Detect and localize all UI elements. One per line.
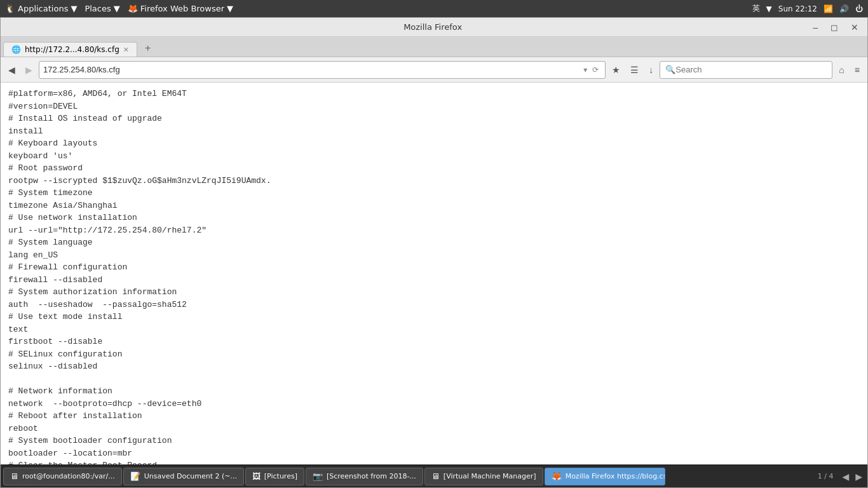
content-line: # Root password bbox=[8, 162, 860, 175]
places-menu[interactable]: Places ▼ bbox=[85, 4, 119, 13]
browser-window: Mozilla Firefox – ◻ ✕ 🌐 http://172.2...4… bbox=[0, 17, 868, 488]
lang-indicator[interactable]: 英 bbox=[752, 3, 760, 14]
taskbar-item-2[interactable]: 🖼[Pictures] bbox=[245, 468, 304, 485]
minimize-button[interactable]: – bbox=[809, 21, 822, 34]
taskbar-next-arrow[interactable]: ▶ bbox=[853, 470, 865, 483]
content-line: #version=DEVEL bbox=[8, 100, 860, 113]
browser-tab-0[interactable]: 🌐 http://172.2...4.80/ks.cfg ✕ bbox=[3, 42, 137, 57]
taskbar-item-3[interactable]: 📷[Screenshot from 2018-... bbox=[306, 468, 423, 485]
reader-view-button[interactable]: ☰ bbox=[627, 62, 642, 78]
refresh-button[interactable]: ⟳ bbox=[590, 64, 601, 76]
content-line: # System authorization information bbox=[8, 286, 860, 299]
wifi-icon: 📶 bbox=[824, 4, 833, 13]
content-line: lang en_US bbox=[8, 249, 860, 262]
taskbar-item-icon-0: 🖥 bbox=[10, 471, 18, 481]
content-line: # System bootloader configuration bbox=[8, 435, 860, 447]
gnome-icon: 🐧 bbox=[5, 4, 15, 13]
firefox-menu[interactable]: 🦊 Firefox Web Browser ▼ bbox=[128, 4, 233, 13]
search-icon: 🔍 bbox=[665, 65, 675, 74]
taskbar-item-icon-4: 🖥 bbox=[431, 471, 440, 481]
content-line: url --url="http://172.25.254.80/rhel7.2" bbox=[8, 224, 860, 237]
content-line: network --bootproto=dhcp --device=eth0 bbox=[8, 398, 860, 410]
content-line: keyboard 'us' bbox=[8, 150, 860, 163]
content-line: # System timezone bbox=[8, 187, 860, 200]
system-bar-right: 英 ▼ Sun 22:12 📶 🔊 ⏻ bbox=[752, 3, 863, 14]
download-button[interactable]: ↓ bbox=[645, 62, 657, 78]
taskbar-item-label-1: Unsaved Document 2 (~... bbox=[144, 472, 237, 480]
home-button[interactable]: ⌂ bbox=[835, 62, 848, 78]
content-line: bootloader --location=mbr bbox=[8, 447, 860, 460]
system-bar-left: 🐧 Applications ▼ Places ▼ 🦊 Firefox Web … bbox=[5, 4, 233, 13]
tab-label: http://172.2...4.80/ks.cfg bbox=[25, 45, 119, 54]
power-icon[interactable]: ⏻ bbox=[855, 4, 863, 13]
content-line: # Use text mode install bbox=[8, 311, 860, 323]
content-line: # Firewall configuration bbox=[8, 261, 860, 274]
nav-bar: ◀ ▶ ▾ ⟳ ★ ☰ ↓ 🔍 ⌂ ≡ bbox=[1, 57, 867, 83]
browser-title: Mozilla Firefox bbox=[57, 22, 809, 32]
system-bar: 🐧 Applications ▼ Places ▼ 🦊 Firefox Web … bbox=[0, 0, 868, 17]
content-area: #platform=x86, AMD64, or Intel EM64T#ver… bbox=[1, 83, 867, 464]
title-bar: Mozilla Firefox – ◻ ✕ bbox=[1, 18, 867, 37]
forward-button[interactable]: ▶ bbox=[22, 62, 36, 78]
tab-favicon: 🌐 bbox=[11, 45, 21, 54]
content-line: # Network information bbox=[8, 385, 860, 398]
content-line: install bbox=[8, 125, 860, 138]
bookmark-button[interactable]: ★ bbox=[608, 62, 624, 78]
taskbar-item-1[interactable]: 📝Unsaved Document 2 (~... bbox=[123, 468, 244, 485]
content-line: # Clear the Master Boot Record bbox=[8, 459, 860, 464]
content-line bbox=[8, 373, 860, 386]
taskbar-item-label-2: [Pictures] bbox=[264, 472, 297, 480]
url-input[interactable] bbox=[43, 65, 581, 74]
taskbar-item-4[interactable]: 🖥[Virtual Machine Manager] bbox=[424, 468, 543, 485]
taskbar-item-icon-2: 🖼 bbox=[252, 471, 261, 481]
content-line: # SELinux configuration bbox=[8, 348, 860, 361]
content-line: auth --useshadow --passalgo=sha512 bbox=[8, 299, 860, 311]
url-dropdown-button[interactable]: ▾ bbox=[581, 64, 590, 76]
taskbar-item-5[interactable]: 🦊Mozilla Firefox https://blog.csdn.n... bbox=[545, 468, 665, 485]
lang-arrow: ▼ bbox=[766, 4, 772, 13]
tab-close-button[interactable]: ✕ bbox=[123, 46, 129, 54]
url-bar-container: ▾ ⟳ bbox=[39, 61, 606, 79]
menu-button[interactable]: ≡ bbox=[851, 62, 864, 78]
taskbar-prev-arrow[interactable]: ◀ bbox=[839, 470, 851, 483]
taskbar-page-info: 1 / 4 bbox=[813, 472, 839, 480]
content-line: timezone Asia/Shanghai bbox=[8, 200, 860, 212]
sound-icon: 🔊 bbox=[839, 4, 849, 13]
content-line: # Reboot after installation bbox=[8, 410, 860, 423]
back-button[interactable]: ◀ bbox=[4, 62, 19, 78]
taskbar-item-label-5: Mozilla Firefox https://blog.csdn.n... bbox=[566, 472, 665, 480]
taskbar-item-icon-5: 🦊 bbox=[552, 471, 562, 481]
maximize-button[interactable]: ◻ bbox=[827, 21, 842, 34]
content-line: #platform=x86, AMD64, or Intel EM64T bbox=[8, 88, 860, 100]
taskbar: 🖥root@foundation80:/var/...📝Unsaved Docu… bbox=[1, 464, 867, 487]
taskbar-item-label-0: root@foundation80:/var/... bbox=[22, 472, 115, 480]
taskbar-item-label-3: [Screenshot from 2018-... bbox=[327, 472, 416, 480]
close-button[interactable]: ✕ bbox=[847, 21, 862, 34]
taskbar-item-icon-3: 📷 bbox=[313, 471, 323, 481]
search-bar-container: 🔍 bbox=[660, 61, 832, 79]
content-line: text bbox=[8, 323, 860, 336]
content-line: reboot bbox=[8, 423, 860, 435]
content-line: # System language bbox=[8, 236, 860, 249]
content-line: firewall --disabled bbox=[8, 274, 860, 287]
content-line: rootpw --iscrypted $1$zuvQz.oG$aHm3nzvLZ… bbox=[8, 175, 860, 187]
taskbar-item-icon-1: 📝 bbox=[130, 471, 140, 481]
content-line: # Keyboard layouts bbox=[8, 137, 860, 150]
content-line: selinux --disabled bbox=[8, 360, 860, 373]
new-tab-button[interactable]: + bbox=[140, 40, 156, 57]
content-line: firstboot --disable bbox=[8, 336, 860, 348]
content-line: # Use network installation bbox=[8, 212, 860, 224]
taskbar-item-label-4: [Virtual Machine Manager] bbox=[444, 472, 536, 480]
datetime-display: Sun 22:12 bbox=[778, 4, 817, 13]
tab-bar: 🌐 http://172.2...4.80/ks.cfg ✕ + bbox=[1, 37, 867, 57]
window-controls: – ◻ ✕ bbox=[809, 21, 862, 34]
search-input[interactable] bbox=[675, 65, 803, 74]
applications-menu[interactable]: 🐧 Applications ▼ bbox=[5, 4, 77, 13]
firefox-icon: 🦊 bbox=[128, 4, 138, 13]
taskbar-item-0[interactable]: 🖥root@foundation80:/var/... bbox=[3, 468, 122, 485]
content-line: # Install OS instead of upgrade bbox=[8, 112, 860, 125]
